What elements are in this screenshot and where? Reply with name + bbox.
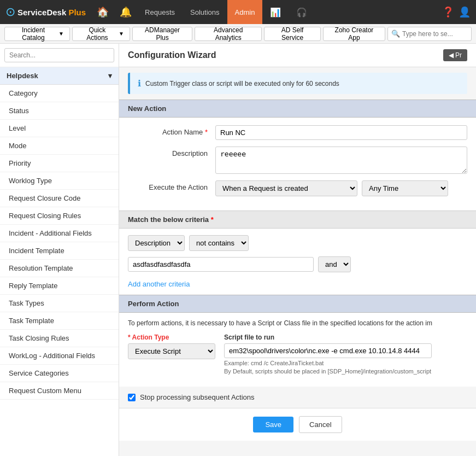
criteria-header: Match the below criteria * xyxy=(119,211,476,229)
execute-action-row: Execute the Action When a Request is cre… xyxy=(128,180,467,196)
sidebar-item-incident-template[interactable]: Incident Template xyxy=(0,242,119,260)
nav-analytics[interactable]: 📊 xyxy=(262,0,289,24)
home-icon[interactable]: 🏠 xyxy=(91,6,114,18)
sidebar-item-closing-rules[interactable]: Request Closing Rules xyxy=(0,207,119,225)
nav-solutions[interactable]: Solutions xyxy=(183,0,227,24)
sidebar-item-task-template[interactable]: Task Template xyxy=(0,312,119,330)
bottom-buttons: Save Cancel xyxy=(119,408,476,441)
sidebar-item-closure-code[interactable]: Request Closure Code xyxy=(0,190,119,207)
perform-body: To perform actions, it is necessary to h… xyxy=(119,313,476,387)
script-file-label: Script file to run xyxy=(224,334,432,341)
sidebar-search-area xyxy=(0,44,119,67)
chevron-down-icon: ▼ xyxy=(119,31,124,37)
main-layout: Helpdesk ▾ Category Status Level Mode Pr… xyxy=(0,44,476,456)
toolbar: Incident Catalog ▼ Quick Actions ▼ ADMan… xyxy=(0,24,476,44)
perform-action-section: Perform Action To perform actions, it is… xyxy=(119,295,476,387)
action-name-input[interactable] xyxy=(215,125,467,140)
quick-actions-button[interactable]: Quick Actions ▼ xyxy=(72,27,130,41)
sidebar-item-service-categories[interactable]: Service Categories xyxy=(0,365,119,382)
chevron-down-icon: ▼ xyxy=(58,31,64,37)
execute-time-select[interactable]: Any Time Business Hours Non-Business Hou… xyxy=(362,180,448,196)
save-button[interactable]: Save xyxy=(253,417,293,432)
action-type-label: * Action Type xyxy=(128,334,215,341)
criteria-section: Match the below criteria * Description S… xyxy=(119,211,476,295)
script-hint-1: Example: cmd /c CreateJiraTicket.bat xyxy=(224,360,432,366)
criteria-value-row: and or xyxy=(128,256,467,272)
logo-name: ServiceDesk xyxy=(17,8,66,17)
user-icon[interactable]: 👤 xyxy=(459,6,471,18)
criteria-row: Description Subject Status Priority not … xyxy=(128,235,467,251)
criteria-condition-select[interactable]: not contains contains is is not xyxy=(189,235,249,251)
cancel-button[interactable]: Cancel xyxy=(299,416,342,433)
zoho-creator-button[interactable]: Zoho Creator App xyxy=(323,27,385,41)
description-row: Description reeeee xyxy=(128,147,467,174)
sidebar-item-worklog-additional[interactable]: WorkLog - Additional Fields xyxy=(0,347,119,365)
help-icon[interactable]: ❓ xyxy=(442,6,454,18)
sidebar-item-task-types[interactable]: Task Types xyxy=(0,295,119,312)
new-action-section: New Action Action Name * Description ree xyxy=(119,100,476,211)
criteria-body: Description Subject Status Priority not … xyxy=(119,229,476,295)
sidebar-item-worklog-type[interactable]: Worklog Type xyxy=(0,172,119,190)
sidebar-item-incident-additional[interactable]: Incident - Additional Fields xyxy=(0,225,119,242)
info-box: ℹ Custom Trigger class or script will be… xyxy=(128,73,467,94)
add-criteria-link[interactable]: Add another criteria xyxy=(128,280,190,288)
new-action-header: New Action xyxy=(119,100,476,118)
action-type-select[interactable]: Execute Script Execute Class xyxy=(128,343,215,359)
search-input[interactable] xyxy=(402,30,468,38)
sidebar-item-custom-menu[interactable]: Request Custom Menu xyxy=(0,382,119,400)
sidebar-item-resolution-template[interactable]: Resolution Template xyxy=(0,260,119,277)
headset-icon: 🎧 xyxy=(296,7,307,17)
action-name-row: Action Name * xyxy=(128,125,467,140)
description-input[interactable]: reeeee xyxy=(215,147,467,174)
admanager-button[interactable]: ADManager Plus xyxy=(132,27,192,41)
sidebar-item-status[interactable]: Status xyxy=(0,102,119,120)
perform-header: Perform Action xyxy=(119,295,476,313)
sidebar-item-task-closing-rules[interactable]: Task Closing Rules xyxy=(0,330,119,347)
execute-action-label: Execute the Action xyxy=(128,180,215,191)
action-type-row: * Action Type Execute Script Execute Cla… xyxy=(128,334,467,375)
content-area: Configuration Wizard ◀ Pr ℹ Custom Trigg… xyxy=(119,44,476,456)
ad-self-service-button[interactable]: AD Self Service xyxy=(264,27,321,41)
stop-processing-row: Stop processing subsequent Actions xyxy=(128,393,467,401)
advanced-analytics-button[interactable]: Advanced Analytics xyxy=(195,27,262,41)
nav-requests[interactable]: Requests xyxy=(137,0,183,24)
action-type-col: * Action Type Execute Script Execute Cla… xyxy=(128,334,215,359)
sidebar-search-input[interactable] xyxy=(4,48,114,62)
incident-catalog-button[interactable]: Incident Catalog ▼ xyxy=(4,27,70,41)
script-file-col: Script file to run Example: cmd /c Creat… xyxy=(224,334,432,375)
sidebar-section-helpdesk[interactable]: Helpdesk ▾ xyxy=(0,67,119,85)
info-message: Custom Trigger class or script will be e… xyxy=(145,80,339,87)
required-marker: * xyxy=(205,128,208,136)
sidebar: Helpdesk ▾ Category Status Level Mode Pr… xyxy=(0,44,119,456)
logo-icon: ⊙ xyxy=(5,5,15,19)
sidebar-item-mode[interactable]: Mode xyxy=(0,137,119,155)
logo: ⊙ ServiceDesk Plus xyxy=(5,5,86,19)
sidebar-item-priority[interactable]: Priority xyxy=(0,155,119,172)
search-icon: 🔍 xyxy=(391,30,400,38)
nav-admin[interactable]: Admin xyxy=(227,0,263,24)
nav-headset[interactable]: 🎧 xyxy=(289,0,315,24)
info-icon: ℹ xyxy=(138,78,141,89)
criteria-value-input[interactable] xyxy=(128,257,314,272)
action-name-label: Action Name * xyxy=(128,125,215,136)
top-navigation: ⊙ ServiceDesk Plus 🏠 🔔 Requests Solution… xyxy=(0,0,476,24)
description-label: Description xyxy=(128,147,215,157)
new-action-body: Action Name * Description reeeee Execute… xyxy=(119,118,476,211)
criteria-logic-select[interactable]: and or xyxy=(318,256,351,272)
execute-action-select[interactable]: When a Request is created When a Request… xyxy=(215,180,357,196)
sidebar-item-level[interactable]: Level xyxy=(0,120,119,137)
toolbar-search[interactable]: 🔍 xyxy=(387,27,472,41)
stop-processing-checkbox[interactable] xyxy=(128,394,136,401)
criteria-field-select[interactable]: Description Subject Status Priority xyxy=(128,235,185,251)
notification-icon[interactable]: 🔔 xyxy=(114,6,137,18)
sidebar-item-reply-template[interactable]: Reply Template xyxy=(0,277,119,295)
script-file-input[interactable] xyxy=(224,343,432,358)
page-title: Configuration Wizard xyxy=(128,50,216,60)
collapse-button[interactable]: ◀ Pr xyxy=(443,49,467,61)
perform-description: To perform actions, it is necessary to h… xyxy=(128,319,467,327)
sidebar-item-category[interactable]: Category xyxy=(0,85,119,102)
stop-processing-label: Stop processing subsequent Actions xyxy=(140,393,255,401)
chevron-icon: ▾ xyxy=(108,72,112,80)
content-header: Configuration Wizard ◀ Pr xyxy=(119,44,476,67)
execute-selects: When a Request is created When a Request… xyxy=(215,180,467,196)
